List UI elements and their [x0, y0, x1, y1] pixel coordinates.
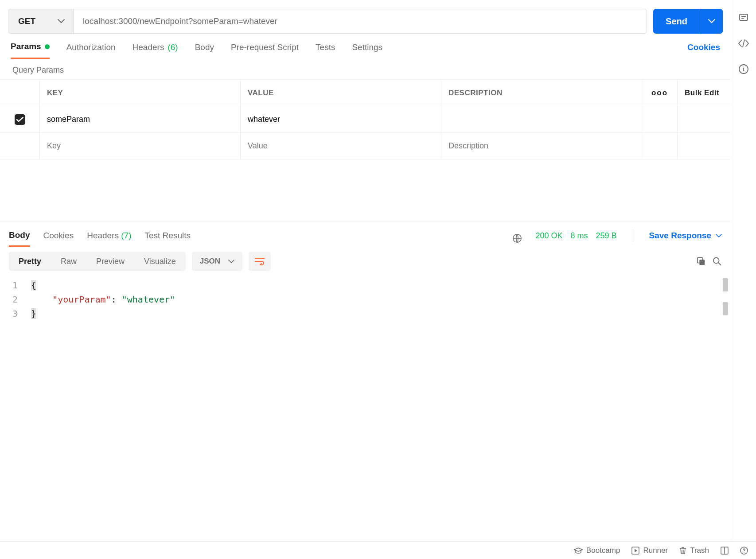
bootcamp-button[interactable]: Bootcamp: [574, 546, 620, 555]
help-button[interactable]: [740, 547, 748, 555]
tab-params[interactable]: Params: [11, 42, 50, 59]
scrollbar-thumb[interactable]: [723, 302, 728, 315]
query-params-title: Query Params: [0, 59, 731, 79]
chevron-down-icon: [708, 19, 715, 23]
tab-body[interactable]: Body: [195, 43, 214, 58]
copy-icon: [696, 256, 706, 266]
col-more-button[interactable]: ooo: [642, 80, 678, 106]
comments-button[interactable]: [738, 12, 749, 23]
save-response-button[interactable]: Save Response: [649, 231, 722, 246]
graduation-icon: [574, 547, 583, 554]
send-button[interactable]: Send: [653, 9, 700, 34]
bulk-edit-button[interactable]: Bulk Edit: [678, 80, 731, 106]
param-key-input[interactable]: [47, 141, 233, 151]
col-description: DESCRIPTION: [441, 80, 642, 106]
param-description-input[interactable]: [448, 141, 635, 151]
chevron-down-icon: [58, 19, 65, 23]
resp-tab-test-results[interactable]: Test Results: [145, 231, 191, 246]
globe-icon[interactable]: [512, 233, 522, 243]
panels-icon: [721, 547, 729, 555]
chevron-down-icon: [716, 234, 722, 238]
cookies-link[interactable]: Cookies: [687, 43, 720, 58]
comment-icon: [738, 12, 749, 23]
param-key-input[interactable]: [47, 115, 233, 124]
wrap-lines-button[interactable]: [249, 252, 271, 271]
view-raw[interactable]: Raw: [51, 252, 86, 271]
url-input[interactable]: [74, 9, 647, 33]
code-button[interactable]: [738, 39, 749, 48]
param-enabled-checkbox[interactable]: [15, 114, 25, 125]
play-icon: [631, 547, 639, 555]
tab-tests[interactable]: Tests: [316, 43, 335, 58]
info-icon: [738, 64, 749, 74]
svg-rect-1: [699, 260, 705, 265]
col-value: VALUE: [241, 80, 441, 106]
param-row: [0, 106, 731, 133]
tab-settings[interactable]: Settings: [352, 43, 382, 58]
resp-tab-cookies[interactable]: Cookies: [43, 231, 74, 246]
panels-button[interactable]: [721, 547, 729, 555]
copy-response-button[interactable]: [696, 256, 706, 266]
col-key: KEY: [40, 80, 241, 106]
tab-authorization[interactable]: Authorization: [66, 43, 116, 58]
view-visualize[interactable]: Visualize: [134, 252, 186, 271]
http-method-select[interactable]: GET: [8, 9, 74, 33]
response-status: 200 OK 8 ms 259 B: [535, 231, 616, 246]
trash-icon: [679, 547, 686, 555]
runner-button[interactable]: Runner: [631, 546, 668, 555]
trash-button[interactable]: Trash: [679, 546, 709, 555]
tab-headers[interactable]: Headers (6): [132, 43, 178, 58]
param-row-empty: [0, 133, 731, 159]
check-icon: [16, 117, 23, 122]
param-value-input[interactable]: [248, 141, 434, 151]
send-options-button[interactable]: [700, 9, 723, 34]
help-icon: [740, 547, 748, 555]
code-icon: [738, 39, 749, 48]
param-description-input[interactable]: [448, 115, 635, 124]
search-response-button[interactable]: [712, 256, 722, 266]
view-preview[interactable]: Preview: [86, 252, 134, 271]
response-view-mode: Pretty Raw Preview Visualize: [9, 252, 186, 271]
view-pretty[interactable]: Pretty: [9, 252, 51, 271]
scrollbar-thumb[interactable]: [723, 278, 728, 291]
resp-tab-body[interactable]: Body: [9, 230, 30, 247]
search-icon: [712, 256, 722, 266]
tab-prerequest[interactable]: Pre-request Script: [231, 43, 299, 58]
resp-tab-headers[interactable]: Headers (7): [87, 231, 131, 246]
http-method-value: GET: [18, 16, 35, 26]
chevron-down-icon: [228, 260, 234, 264]
svg-rect-4: [740, 14, 748, 20]
params-dirty-dot-icon: [45, 44, 50, 49]
param-value-input[interactable]: [248, 115, 434, 124]
response-format-select[interactable]: JSON: [192, 252, 242, 271]
response-body[interactable]: 1 { 2 "yourParam": "whatever" 3 }: [0, 276, 731, 541]
wrap-icon: [254, 257, 265, 265]
info-button[interactable]: [738, 64, 749, 74]
